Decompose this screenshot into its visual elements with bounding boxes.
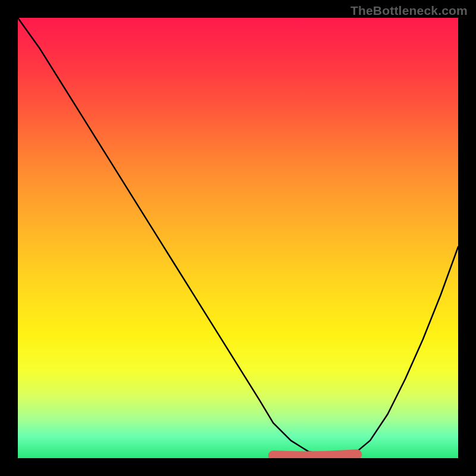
optimal-range-highlight <box>273 455 357 456</box>
chart-overlay-svg <box>18 18 458 458</box>
bottleneck-curve-line <box>18 18 458 455</box>
chart-plot-area <box>18 18 458 458</box>
attribution-text: TheBottleneck.com <box>350 4 468 18</box>
